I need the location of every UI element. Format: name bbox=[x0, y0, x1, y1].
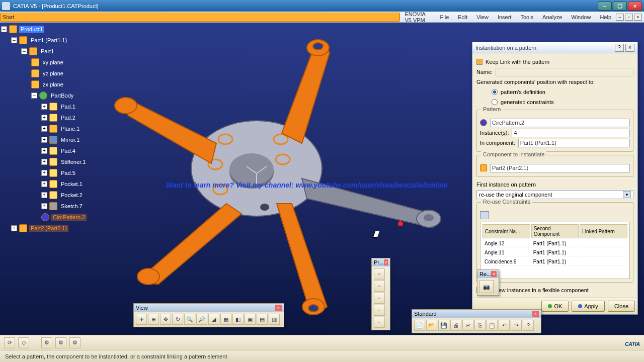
menu-file[interactable]: File bbox=[436, 12, 454, 22]
pan-icon[interactable]: ✥ bbox=[160, 314, 171, 325]
zoomin-icon[interactable]: 🔍 bbox=[184, 314, 195, 325]
menu-edit[interactable]: Edit bbox=[453, 12, 472, 22]
swap-icon[interactable]: ▥ bbox=[269, 314, 280, 325]
fitall-icon[interactable]: ⊕ bbox=[148, 314, 159, 325]
name-input[interactable] bbox=[496, 68, 633, 76]
bottom-toolbar: ⟳ ◇ ⚙ ⚙ ⚙ bbox=[0, 335, 644, 350]
menu-insert[interactable]: Insert bbox=[493, 12, 516, 22]
close-icon[interactable]: × bbox=[491, 271, 497, 277]
reuse-group: Re-use Constraints Constraint Na... Seco… bbox=[476, 202, 633, 283]
shade-icon[interactable]: ▣ bbox=[245, 314, 256, 325]
svg-point-10 bbox=[313, 43, 323, 50]
dialog-title: Instantiation on a pattern bbox=[475, 45, 613, 51]
radio-pattern-def[interactable] bbox=[492, 89, 498, 95]
refresh-icon[interactable]: ⟳ bbox=[4, 337, 15, 348]
menu-bar: Start ENOVIA V5 VPM File Edit View Inser… bbox=[0, 12, 644, 23]
doc-minimize-button[interactable]: – bbox=[616, 14, 624, 21]
component-icon bbox=[480, 164, 487, 171]
new-icon[interactable]: 📄 bbox=[414, 320, 425, 331]
isoview-icon[interactable]: ◧ bbox=[232, 314, 244, 325]
graph-icon[interactable]: ▫ bbox=[374, 317, 385, 328]
close-button[interactable]: × bbox=[628, 2, 642, 11]
constraints-table[interactable]: Constraint Na... Second Component Linked… bbox=[480, 222, 630, 279]
status-bar: Select a pattern, the component to be in… bbox=[0, 350, 644, 362]
gear2-icon[interactable]: ⚙ bbox=[55, 337, 66, 348]
catia-logo: CATIA bbox=[625, 341, 640, 347]
status-text: Select a pattern, the component to be in… bbox=[5, 353, 227, 359]
chevron-down-icon: ▼ bbox=[623, 191, 631, 198]
close-button-dlg[interactable]: Close bbox=[608, 301, 635, 312]
paste-icon[interactable]: 📋 bbox=[487, 320, 498, 331]
component-input[interactable] bbox=[490, 164, 630, 172]
flyto-icon[interactable]: ✈ bbox=[136, 314, 147, 325]
gear1-icon[interactable]: ⚙ bbox=[41, 337, 52, 348]
view-toolbar[interactable]: View× ✈ ⊕ ✥ ↻ 🔍 🔎 ◢ ▦ ◧ ▣ ▤ ▥ bbox=[133, 303, 284, 327]
whatsthis-icon[interactable]: ? bbox=[523, 320, 534, 331]
reuse-icon[interactable] bbox=[480, 211, 489, 219]
component-group: Component to instantiate bbox=[476, 155, 633, 177]
minimize-button[interactable]: – bbox=[598, 2, 612, 11]
save-icon[interactable]: 💾 bbox=[438, 320, 449, 331]
maximize-button[interactable]: ▢ bbox=[613, 2, 627, 11]
pattern-input[interactable] bbox=[490, 119, 630, 127]
replace-icon[interactable]: ▫ bbox=[374, 305, 385, 316]
close-icon[interactable]: × bbox=[275, 305, 282, 311]
overlay-text: Want to learn more? Visit my channel: ww… bbox=[166, 181, 448, 189]
doc-restore-button[interactable]: ▫ bbox=[625, 14, 633, 21]
svg-point-16 bbox=[424, 214, 434, 221]
gear3-icon[interactable]: ⚙ bbox=[69, 337, 80, 348]
copy-icon[interactable]: ⎘ bbox=[474, 320, 486, 331]
radio-gen-constraints[interactable] bbox=[492, 99, 498, 105]
undo-icon[interactable]: ↶ bbox=[499, 320, 510, 331]
standard-toolbar[interactable]: Standard× 📄 📂 💾 🖨 ✂ ⎘ 📋 ↶ ↷ ? bbox=[412, 309, 541, 333]
menu-view[interactable]: View bbox=[472, 12, 493, 22]
box-icon[interactable]: ◇ bbox=[18, 337, 29, 348]
instances-input[interactable] bbox=[512, 129, 630, 137]
svg-point-17 bbox=[398, 221, 403, 226]
menu-analyze[interactable]: Analyze bbox=[538, 12, 567, 22]
zoomout-icon[interactable]: 🔎 bbox=[196, 314, 207, 325]
camera-icon[interactable]: 📷 bbox=[479, 280, 494, 293]
cut-icon[interactable]: ✂ bbox=[462, 320, 473, 331]
close-icon[interactable]: × bbox=[384, 259, 388, 265]
app-icon bbox=[2, 2, 10, 10]
menu-tools[interactable]: Tools bbox=[516, 12, 538, 22]
redo-icon[interactable]: ↷ bbox=[511, 320, 522, 331]
product-toolbar[interactable]: Pr...× ▫ ▫ ▫ ▫ ▫ bbox=[371, 258, 390, 330]
product-icon[interactable]: ▫ bbox=[374, 281, 385, 292]
dialog-close-button[interactable]: × bbox=[625, 44, 634, 52]
first-instance-select[interactable]: re-use the original component▼ bbox=[476, 190, 633, 199]
first-instance-label: First instance on pattern bbox=[476, 182, 536, 188]
dialog-titlebar[interactable]: Instantiation on a pattern ? × bbox=[472, 42, 637, 53]
multiview-icon[interactable]: ▦ bbox=[220, 314, 231, 325]
apply-button[interactable]: Apply bbox=[572, 301, 605, 312]
dialog-help-button[interactable]: ? bbox=[615, 44, 624, 52]
svg-point-12 bbox=[137, 268, 159, 285]
menu-help[interactable]: Help bbox=[595, 12, 616, 22]
ok-button[interactable]: OK bbox=[541, 301, 569, 312]
svg-point-11 bbox=[115, 98, 137, 114]
close-icon[interactable]: × bbox=[532, 311, 539, 317]
normal-icon[interactable]: ◢ bbox=[208, 314, 219, 325]
component-icon[interactable]: ▫ bbox=[374, 268, 385, 280]
incomponent-input[interactable] bbox=[518, 139, 630, 147]
record-toolbar[interactable]: Re...× 📷 bbox=[477, 269, 499, 296]
doc-close-button[interactable]: × bbox=[634, 14, 642, 21]
gen-label: Generated components' position with resp… bbox=[476, 79, 595, 85]
name-label: Name: bbox=[476, 69, 493, 75]
table-row: Coincidence.6Part1 (Part1.1) bbox=[481, 257, 628, 266]
hide-icon[interactable]: ▤ bbox=[257, 314, 268, 325]
pattern-icon bbox=[480, 119, 487, 126]
menu-enovia[interactable]: ENOVIA V5 VPM bbox=[400, 12, 435, 22]
table-row: Angle.12Part1 (Part1.1) bbox=[481, 239, 628, 248]
open-icon[interactable]: 📂 bbox=[426, 320, 437, 331]
svg-point-14 bbox=[308, 305, 318, 312]
menu-window[interactable]: Window bbox=[567, 12, 595, 22]
print-icon[interactable]: 🖨 bbox=[450, 320, 461, 331]
table-row: Angle.11Part1 (Part1.1) bbox=[481, 248, 628, 257]
part-icon[interactable]: ▫ bbox=[374, 293, 385, 304]
keeplink-label: Keep Link with the pattern bbox=[486, 59, 549, 65]
menu-start[interactable]: Start bbox=[0, 13, 400, 22]
keeplink-checkbox[interactable] bbox=[476, 59, 482, 65]
rotate-icon[interactable]: ↻ bbox=[172, 314, 183, 325]
